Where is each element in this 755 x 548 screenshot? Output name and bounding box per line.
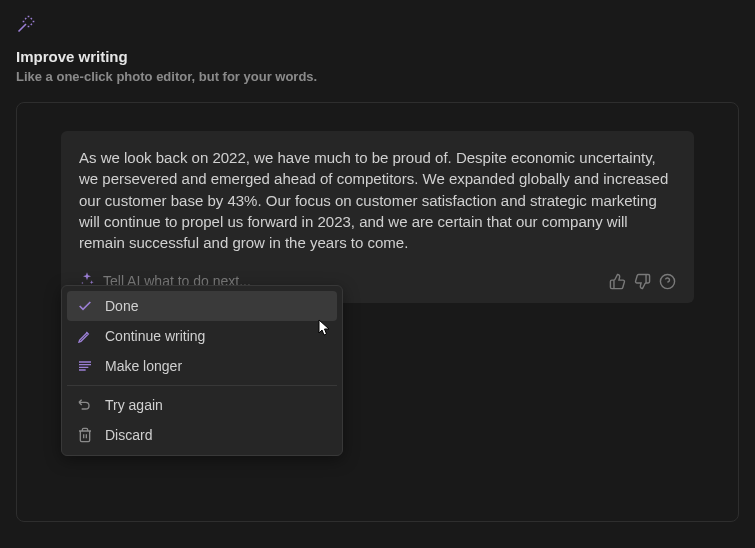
menu-label: Try again [105,397,163,413]
page-subtitle: Like a one-click photo editor, but for y… [16,69,739,84]
magic-wand-icon [16,14,739,38]
thumbs-down-icon[interactable] [634,273,651,290]
content-panel: As we look back on 2022, we have much to… [16,102,739,522]
menu-item-retry[interactable]: Try again [67,390,337,420]
menu-item-done[interactable]: Done [67,291,337,321]
menu-label: Done [105,298,138,314]
check-icon [77,298,93,314]
menu-label: Continue writing [105,328,205,344]
menu-item-continue[interactable]: Continue writing [67,321,337,351]
menu-label: Make longer [105,358,182,374]
ai-response-card: As we look back on 2022, we have much to… [61,131,694,303]
ai-response-text: As we look back on 2022, we have much to… [79,147,676,253]
menu-label: Discard [105,427,152,443]
menu-item-longer[interactable]: Make longer [67,351,337,381]
thumbs-up-icon[interactable] [609,273,626,290]
undo-icon [77,397,93,413]
page-title: Improve writing [16,48,739,65]
trash-icon [77,427,93,443]
help-icon[interactable] [659,273,676,290]
menu-item-discard[interactable]: Discard [67,420,337,450]
action-menu: Done Continue writing Make longer [61,285,343,456]
menu-divider [67,385,337,386]
lines-icon [77,358,93,374]
pencil-icon [77,328,93,344]
